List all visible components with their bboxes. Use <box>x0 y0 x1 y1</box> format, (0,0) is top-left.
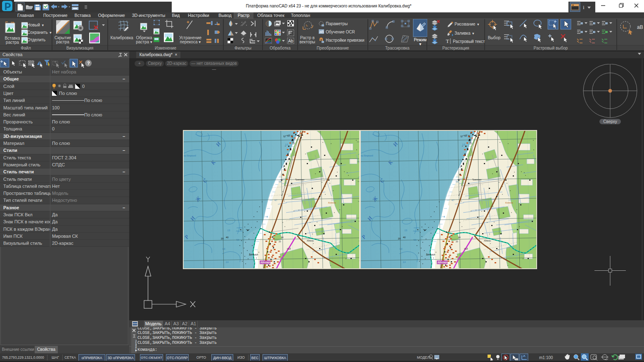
svg-text:Ab: Ab <box>288 39 294 43</box>
svg-text:аВ: аВ <box>637 24 643 30</box>
svg-text:m1:100: m1:100 <box>539 355 553 360</box>
svg-text:aB: aB <box>320 30 324 34</box>
svg-text:Сверху: Сверху <box>603 119 617 124</box>
svg-text:Кома▲: Кома▲ <box>135 340 137 352</box>
svg-text:?: ? <box>87 61 90 66</box>
svg-text:i: i <box>583 4 585 10</box>
svg-text:T: T <box>446 38 449 44</box>
